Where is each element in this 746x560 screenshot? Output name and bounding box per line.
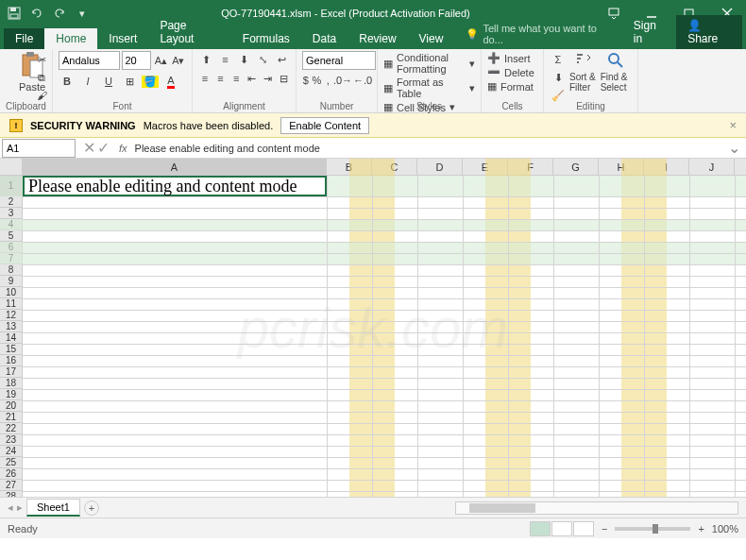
qat-dropdown-icon[interactable]: ▾ (72, 3, 93, 24)
redo-icon[interactable] (49, 3, 70, 24)
view-normal-icon[interactable] (530, 521, 551, 536)
copy-icon[interactable]: ⧉ (33, 69, 50, 86)
tell-me[interactable]: 💡Tell me what you want to do... (454, 19, 621, 49)
col-header-F[interactable]: F (508, 159, 553, 175)
new-sheet-icon[interactable]: + (84, 501, 99, 516)
autosum-icon[interactable]: Σ (550, 51, 567, 68)
row-header-11[interactable]: 11 (0, 298, 22, 310)
row-header-16[interactable]: 16 (0, 355, 22, 366)
row-header-14[interactable]: 14 (0, 332, 22, 344)
row-header-25[interactable]: 25 (0, 457, 22, 468)
row-header-1[interactable]: 1 (0, 176, 22, 196)
delete-cells-button[interactable]: ➖Delete (487, 65, 537, 79)
cancel-formula-icon[interactable]: ✕ (83, 139, 95, 157)
col-header-B[interactable]: B (327, 159, 372, 175)
row-header-5[interactable]: 5 (0, 230, 22, 242)
align-right-icon[interactable]: ≡ (229, 70, 243, 87)
row-header-18[interactable]: 18 (0, 378, 22, 389)
row-header-6[interactable]: 6 (0, 242, 22, 253)
tab-view[interactable]: View (408, 28, 455, 49)
bold-button[interactable]: B (59, 73, 76, 90)
currency-icon[interactable]: $ (302, 72, 310, 89)
row-header-17[interactable]: 17 (0, 366, 22, 378)
merge-center-icon[interactable]: ⊟ (277, 70, 290, 87)
col-header-A[interactable]: A (23, 159, 327, 175)
font-color-icon[interactable]: A (162, 73, 179, 90)
borders-icon[interactable]: ⊞ (121, 73, 138, 90)
save-icon[interactable] (4, 3, 25, 24)
align-bottom-icon[interactable]: ⬇ (236, 51, 252, 68)
insert-cells-button[interactable]: ➕Insert (487, 51, 537, 65)
col-header-G[interactable]: G (553, 159, 599, 175)
align-left-icon[interactable]: ≡ (198, 70, 212, 87)
cell-A1[interactable]: Please enable editing and content mode (23, 176, 327, 196)
fill-color-icon[interactable]: 🪣 (142, 73, 159, 90)
align-center-icon[interactable]: ≡ (214, 70, 228, 87)
row-header-15[interactable]: 15 (0, 344, 22, 355)
select-all-corner[interactable] (0, 159, 23, 175)
wrap-text-icon[interactable]: ↩ (274, 51, 290, 68)
sheet-tab-sheet1[interactable]: Sheet1 (26, 499, 80, 517)
col-header-C[interactable]: C (372, 159, 417, 175)
col-header-H[interactable]: H (599, 159, 644, 175)
row-header-8[interactable]: 8 (0, 264, 22, 276)
view-page-break-icon[interactable] (573, 521, 594, 536)
row-header-3[interactable]: 3 (0, 208, 22, 219)
tab-review[interactable]: Review (348, 28, 407, 49)
row-header-19[interactable]: 19 (0, 389, 22, 400)
sort-filter-button[interactable]: Sort & Filter (569, 51, 598, 93)
decrease-indent-icon[interactable]: ⇤ (246, 70, 259, 87)
tab-file[interactable]: File (4, 28, 44, 49)
font-name-select[interactable]: Andalus (59, 51, 120, 70)
tab-home[interactable]: Home (44, 28, 97, 49)
undo-icon[interactable] (26, 3, 47, 24)
italic-button[interactable]: I (79, 73, 96, 90)
zoom-in-icon[interactable]: + (698, 523, 704, 535)
row-header-13[interactable]: 13 (0, 321, 22, 332)
sign-in-link[interactable]: Sign in (622, 15, 676, 49)
tab-insert[interactable]: Insert (97, 28, 148, 49)
row-header-7[interactable]: 7 (0, 253, 22, 264)
decrease-decimal-icon[interactable]: ←.0 (354, 72, 371, 89)
row-header-24[interactable]: 24 (0, 446, 22, 457)
number-format-select[interactable]: General (302, 51, 376, 70)
format-as-table-button[interactable]: ▦Format as Table ▾ (383, 76, 475, 100)
row-header-2[interactable]: 2 (0, 196, 22, 208)
row-header-26[interactable]: 26 (0, 468, 22, 480)
align-middle-icon[interactable]: ≡ (217, 51, 233, 68)
row-header-27[interactable]: 27 (0, 480, 22, 491)
font-size-select[interactable]: 20 (122, 51, 152, 70)
tab-formulas[interactable]: Formulas (231, 28, 301, 49)
conditional-formatting-button[interactable]: ▦Conditional Formatting ▾ (383, 51, 475, 76)
horizontal-scrollbar[interactable] (455, 501, 738, 515)
col-header-J[interactable]: J (689, 159, 735, 175)
row-header-10[interactable]: 10 (0, 287, 22, 298)
col-header-E[interactable]: E (463, 159, 508, 175)
row-header-9[interactable]: 9 (0, 276, 22, 287)
col-header-D[interactable]: D (417, 159, 463, 175)
warning-close-icon[interactable]: × (729, 118, 737, 132)
increase-indent-icon[interactable]: ⇥ (262, 70, 275, 87)
sheet-nav-last-icon[interactable]: ▸ (17, 501, 23, 514)
cut-icon[interactable]: ✂ (33, 51, 50, 68)
row-header-12[interactable]: 12 (0, 310, 22, 321)
row-header-28[interactable]: 28 (0, 491, 22, 497)
fill-icon[interactable]: ⬇ (550, 69, 567, 86)
grow-font-icon[interactable]: A▴ (153, 52, 168, 69)
comma-icon[interactable]: , (324, 72, 331, 89)
col-header-I[interactable]: I (644, 159, 689, 175)
row-header-21[interactable]: 21 (0, 412, 22, 423)
zoom-slider[interactable] (615, 527, 690, 531)
enable-content-button[interactable]: Enable Content (280, 117, 369, 134)
find-select-button[interactable]: Find & Select (601, 51, 632, 93)
percent-icon[interactable]: % (313, 72, 322, 89)
shrink-font-icon[interactable]: A▾ (171, 52, 186, 69)
row-header-22[interactable]: 22 (0, 423, 22, 434)
row-header-23[interactable]: 23 (0, 434, 22, 446)
underline-button[interactable]: U (100, 73, 117, 90)
row-header-20[interactable]: 20 (0, 400, 22, 412)
tab-page-layout[interactable]: Page Layout (148, 15, 230, 49)
enter-formula-icon[interactable]: ✓ (97, 139, 110, 157)
formula-bar[interactable]: Please enable editing and content mode (131, 143, 722, 154)
row-header-4[interactable]: 4 (0, 219, 22, 230)
